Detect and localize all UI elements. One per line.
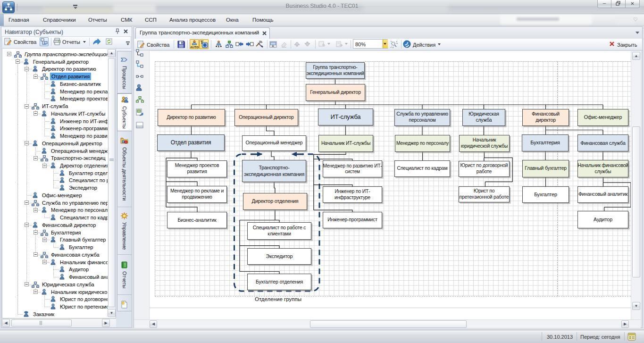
svg-text:A: A bbox=[272, 44, 274, 48]
svg-text:AUTO: AUTO bbox=[190, 45, 199, 49]
